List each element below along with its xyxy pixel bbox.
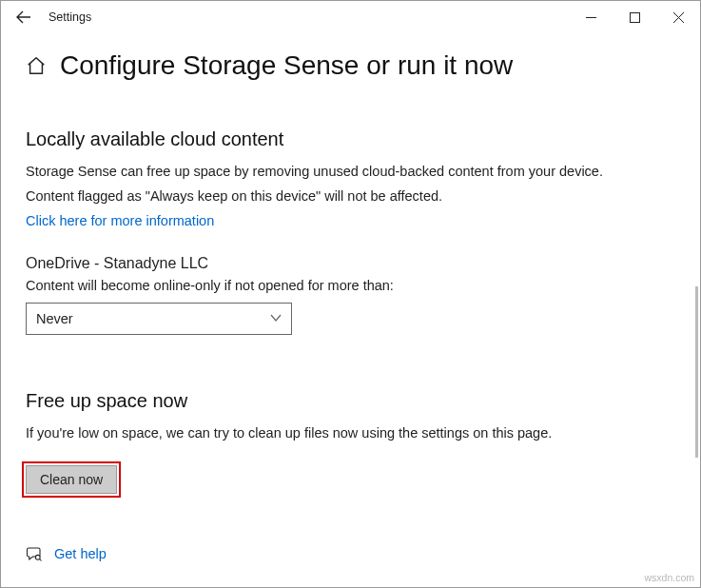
maximize-button[interactable] [613, 2, 656, 32]
svg-point-4 [35, 555, 40, 559]
cloud-desc-2: Content flagged as "Always keep on this … [26, 188, 675, 204]
titlebar: Settings [1, 1, 700, 33]
get-help-row: Get help [26, 545, 107, 562]
cloud-heading: Locally available cloud content [26, 128, 675, 150]
freeup-heading: Free up space now [26, 390, 675, 412]
cloud-interval-dropdown[interactable]: Never [26, 303, 292, 335]
back-arrow-icon [16, 10, 31, 25]
watermark: wsxdn.com [644, 572, 694, 583]
help-icon [26, 545, 43, 562]
home-icon[interactable] [26, 55, 47, 76]
freeup-desc: If you're low on space, we can try to cl… [26, 425, 675, 441]
back-button[interactable] [9, 2, 39, 32]
maximize-icon [630, 12, 640, 23]
more-info-link[interactable]: Click here for more information [26, 213, 675, 228]
chevron-down-icon [270, 311, 282, 326]
onedrive-account-label: OneDrive - Stanadyne LLC [26, 255, 675, 272]
get-help-link[interactable]: Get help [54, 546, 107, 561]
clean-now-button[interactable]: Clean now [26, 465, 117, 494]
onedrive-account-desc: Content will become online-only if not o… [26, 278, 675, 293]
scrollbar[interactable] [695, 286, 698, 458]
minimize-icon [586, 12, 596, 23]
close-button[interactable] [656, 2, 700, 32]
close-icon [673, 12, 684, 23]
page-header: Configure Storage Sense or run it now [1, 33, 700, 81]
cloud-desc-1: Storage Sense can free up space by remov… [26, 164, 675, 179]
minimize-button[interactable] [569, 2, 613, 32]
svg-rect-1 [630, 12, 639, 22]
app-title: Settings [49, 10, 91, 24]
content: Locally available cloud content Storage … [1, 81, 700, 494]
svg-line-5 [39, 559, 41, 560]
page-title: Configure Storage Sense or run it now [60, 50, 513, 81]
dropdown-value: Never [36, 311, 73, 326]
